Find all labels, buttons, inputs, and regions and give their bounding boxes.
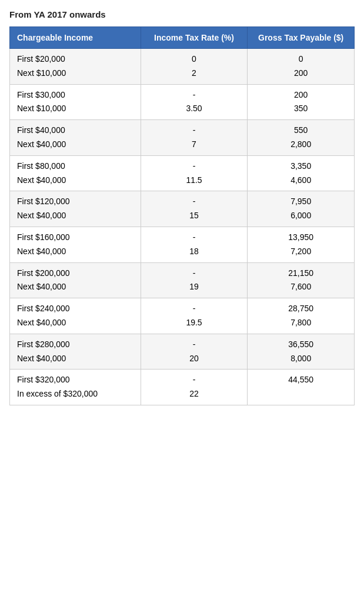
tax-line2: 200 <box>294 68 308 78</box>
income-line1: First $280,000 <box>17 340 70 349</box>
income-cell: First $40,000Next $40,000 <box>10 120 141 156</box>
rate-line2: 7 <box>192 139 196 149</box>
tax-line1: 0 <box>299 54 303 64</box>
income-cell: First $120,000Next $40,000 <box>10 191 141 227</box>
tax-cell: 44,550 <box>248 370 355 405</box>
income-line2: Next $40,000 <box>17 175 66 185</box>
rate-cell: -15 <box>141 191 248 227</box>
table-row: First $240,000Next $40,000-19.528,7507,8… <box>10 298 355 334</box>
income-line2: Next $40,000 <box>17 247 66 256</box>
header-income-tax-rate: Income Tax Rate (%) <box>141 27 248 49</box>
income-line2: Next $40,000 <box>17 354 66 363</box>
rate-line1: - <box>193 125 196 135</box>
income-cell: First $20,000Next $10,000 <box>10 49 141 85</box>
income-cell: First $160,000Next $40,000 <box>10 227 141 262</box>
tax-line1: 13,950 <box>288 232 313 242</box>
rate-cell: -18 <box>141 227 248 262</box>
income-line2: Next $40,000 <box>17 139 66 149</box>
income-line1: First $200,000 <box>17 268 70 278</box>
tax-line2: 2,800 <box>290 139 311 149</box>
tax-line1: 21,150 <box>288 268 313 278</box>
tax-line2: 4,600 <box>290 175 311 185</box>
tax-line1: 550 <box>294 125 308 135</box>
income-cell: First $280,000Next $40,000 <box>10 334 141 370</box>
income-cell: First $320,000In excess of $320,000 <box>10 370 141 405</box>
tax-cell: 21,1507,600 <box>248 262 355 298</box>
income-line2: Next $40,000 <box>17 282 66 291</box>
rate-line2: 20 <box>189 354 199 363</box>
income-line1: First $80,000 <box>17 161 65 171</box>
income-cell: First $240,000Next $40,000 <box>10 298 141 334</box>
rate-line1: - <box>193 304 196 313</box>
tax-cell: 5502,800 <box>248 120 355 156</box>
rate-line2: 2 <box>192 68 196 78</box>
rate-cell: -11.5 <box>141 155 248 191</box>
tax-line2: 350 <box>294 104 308 113</box>
rate-cell: -22 <box>141 370 248 405</box>
table-row: First $80,000Next $40,000-11.53,3504,600 <box>10 155 355 191</box>
tax-line2: 7,600 <box>290 282 311 291</box>
income-line1: First $160,000 <box>17 232 70 242</box>
income-line2: Next $40,000 <box>17 318 66 327</box>
page-title: From YA 2017 onwards <box>9 9 355 19</box>
table-row: First $200,000Next $40,000-1921,1507,600 <box>10 262 355 298</box>
income-line1: First $20,000 <box>17 54 65 64</box>
income-line1: First $120,000 <box>17 197 70 206</box>
tax-line2: 6,000 <box>290 211 311 220</box>
rate-line2: 11.5 <box>186 175 202 185</box>
rate-line1: - <box>193 340 196 349</box>
table-row: First $20,000Next $10,000020200 <box>10 49 355 85</box>
rate-cell: -3.50 <box>141 84 248 120</box>
tax-cell: 0200 <box>248 49 355 85</box>
income-cell: First $200,000Next $40,000 <box>10 262 141 298</box>
tax-cell: 28,7507,800 <box>248 298 355 334</box>
income-line2: Next $40,000 <box>17 211 66 220</box>
rate-line2: 19.5 <box>186 318 202 327</box>
tax-line1: 7,950 <box>290 197 311 206</box>
table-row: First $280,000Next $40,000-2036,5508,000 <box>10 334 355 370</box>
tax-line1: 28,750 <box>288 304 313 313</box>
tax-cell: 200350 <box>248 84 355 120</box>
tax-line2: 7,800 <box>290 318 311 327</box>
tax-cell: 7,9506,000 <box>248 191 355 227</box>
income-line1: First $240,000 <box>17 304 70 313</box>
rate-line1: - <box>193 375 196 384</box>
rate-cell: -20 <box>141 334 248 370</box>
tax-table: Chargeable Income Income Tax Rate (%) Gr… <box>9 26 355 405</box>
tax-line1: 36,550 <box>288 340 313 349</box>
income-line1: First $320,000 <box>17 375 70 384</box>
income-line1: First $30,000 <box>17 90 65 99</box>
rate-line1: - <box>193 161 196 171</box>
tax-cell: 3,3504,600 <box>248 155 355 191</box>
header-gross-tax-payable: Gross Tax Payable ($) <box>248 27 355 49</box>
income-line2: Next $10,000 <box>17 68 66 78</box>
income-line2: In excess of $320,000 <box>17 389 98 398</box>
rate-cell: -7 <box>141 120 248 156</box>
rate-line1: - <box>193 197 196 206</box>
rate-line2: 15 <box>189 211 199 220</box>
rate-line1: - <box>193 90 196 99</box>
header-chargeable-income: Chargeable Income <box>10 27 141 49</box>
rate-line2: 18 <box>189 247 199 256</box>
rate-cell: -19 <box>141 262 248 298</box>
tax-line1: 44,550 <box>288 375 313 384</box>
tax-line1: 3,350 <box>290 161 311 171</box>
rate-line2: 3.50 <box>186 104 202 113</box>
rate-line1: - <box>193 232 196 242</box>
table-row: First $160,000Next $40,000-1813,9507,200 <box>10 227 355 262</box>
rate-cell: 02 <box>141 49 248 85</box>
rate-line1: 0 <box>192 54 196 64</box>
table-row: First $120,000Next $40,000-157,9506,000 <box>10 191 355 227</box>
table-row: First $30,000Next $10,000-3.50200350 <box>10 84 355 120</box>
table-row: First $320,000In excess of $320,000-2244… <box>10 370 355 405</box>
income-line1: First $40,000 <box>17 125 65 135</box>
rate-line2: 22 <box>189 389 199 398</box>
income-line2: Next $10,000 <box>17 104 66 113</box>
tax-cell: 36,5508,000 <box>248 334 355 370</box>
tax-line1: 200 <box>294 90 308 99</box>
table-row: First $40,000Next $40,000-75502,800 <box>10 120 355 156</box>
income-cell: First $80,000Next $40,000 <box>10 155 141 191</box>
rate-line1: - <box>193 268 196 278</box>
rate-cell: -19.5 <box>141 298 248 334</box>
tax-cell: 13,9507,200 <box>248 227 355 262</box>
